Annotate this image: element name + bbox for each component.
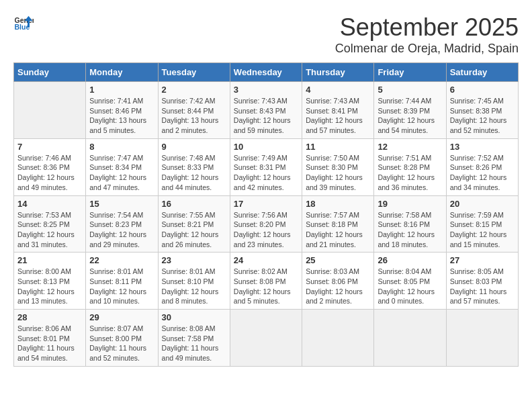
calendar-cell: 20Sunrise: 7:59 AM Sunset: 8:15 PM Dayli… bbox=[446, 195, 518, 253]
calendar-cell: 8Sunrise: 7:47 AM Sunset: 8:34 PM Daylig… bbox=[86, 138, 158, 195]
logo: General Blue bbox=[13, 13, 34, 34]
day-info: Sunrise: 7:43 AM Sunset: 8:43 PM Dayligh… bbox=[234, 96, 298, 136]
day-info: Sunrise: 7:53 AM Sunset: 8:25 PM Dayligh… bbox=[17, 210, 82, 250]
day-number: 1 bbox=[89, 85, 154, 95]
day-info: Sunrise: 7:43 AM Sunset: 8:41 PM Dayligh… bbox=[306, 96, 370, 136]
weekday-header-sunday: Sunday bbox=[14, 63, 86, 82]
day-info: Sunrise: 8:03 AM Sunset: 8:06 PM Dayligh… bbox=[306, 267, 370, 306]
calendar-cell: 25Sunrise: 8:03 AM Sunset: 8:06 PM Dayli… bbox=[302, 253, 374, 310]
day-number: 20 bbox=[450, 199, 515, 209]
day-info: Sunrise: 8:08 AM Sunset: 7:58 PM Dayligh… bbox=[162, 324, 226, 363]
calendar-cell bbox=[446, 310, 518, 367]
day-number: 19 bbox=[378, 199, 442, 209]
calendar-cell: 4Sunrise: 7:43 AM Sunset: 8:41 PM Daylig… bbox=[302, 82, 374, 139]
day-info: Sunrise: 7:49 AM Sunset: 8:31 PM Dayligh… bbox=[234, 153, 298, 193]
calendar-cell: 21Sunrise: 8:00 AM Sunset: 8:13 PM Dayli… bbox=[14, 253, 86, 310]
week-row-5: 28Sunrise: 8:06 AM Sunset: 8:01 PM Dayli… bbox=[14, 310, 519, 367]
day-number: 27 bbox=[450, 255, 515, 265]
day-number: 25 bbox=[306, 255, 370, 265]
day-number: 8 bbox=[89, 142, 154, 152]
day-info: Sunrise: 8:02 AM Sunset: 8:08 PM Dayligh… bbox=[234, 267, 298, 306]
day-info: Sunrise: 7:52 AM Sunset: 8:26 PM Dayligh… bbox=[450, 153, 515, 193]
calendar-cell: 30Sunrise: 8:08 AM Sunset: 7:58 PM Dayli… bbox=[158, 310, 230, 367]
calendar-cell: 7Sunrise: 7:46 AM Sunset: 8:36 PM Daylig… bbox=[14, 138, 86, 195]
day-info: Sunrise: 8:01 AM Sunset: 8:10 PM Dayligh… bbox=[162, 267, 226, 306]
calendar-cell: 2Sunrise: 7:42 AM Sunset: 8:44 PM Daylig… bbox=[158, 82, 230, 139]
calendar-cell: 14Sunrise: 7:53 AM Sunset: 8:25 PM Dayli… bbox=[14, 195, 86, 253]
day-number: 14 bbox=[17, 199, 82, 209]
calendar-cell: 29Sunrise: 8:07 AM Sunset: 8:00 PM Dayli… bbox=[86, 310, 158, 367]
day-number: 16 bbox=[162, 199, 226, 209]
calendar-cell: 9Sunrise: 7:48 AM Sunset: 8:33 PM Daylig… bbox=[158, 138, 230, 195]
day-info: Sunrise: 7:48 AM Sunset: 8:33 PM Dayligh… bbox=[162, 153, 226, 193]
calendar-cell: 17Sunrise: 7:56 AM Sunset: 8:20 PM Dayli… bbox=[230, 195, 302, 253]
day-number: 4 bbox=[306, 85, 370, 95]
svg-text:Blue: Blue bbox=[15, 23, 30, 31]
calendar-cell: 18Sunrise: 7:57 AM Sunset: 8:18 PM Dayli… bbox=[302, 195, 374, 253]
week-row-2: 7Sunrise: 7:46 AM Sunset: 8:36 PM Daylig… bbox=[14, 138, 519, 195]
location-title: Colmenar de Oreja, Madrid, Spain bbox=[335, 42, 519, 56]
calendar-cell: 23Sunrise: 8:01 AM Sunset: 8:10 PM Dayli… bbox=[158, 253, 230, 310]
calendar-cell bbox=[302, 310, 374, 367]
day-number: 5 bbox=[378, 85, 442, 95]
calendar-cell: 6Sunrise: 7:45 AM Sunset: 8:38 PM Daylig… bbox=[446, 82, 518, 139]
day-info: Sunrise: 8:07 AM Sunset: 8:00 PM Dayligh… bbox=[89, 324, 154, 363]
calendar-cell: 19Sunrise: 7:58 AM Sunset: 8:16 PM Dayli… bbox=[374, 195, 446, 253]
day-number: 30 bbox=[162, 312, 226, 322]
day-number: 13 bbox=[450, 142, 515, 152]
day-number: 21 bbox=[17, 255, 82, 265]
day-number: 2 bbox=[162, 85, 226, 95]
day-number: 15 bbox=[89, 199, 154, 209]
calendar-cell: 13Sunrise: 7:52 AM Sunset: 8:26 PM Dayli… bbox=[446, 138, 518, 195]
calendar-cell bbox=[14, 82, 86, 139]
day-info: Sunrise: 7:41 AM Sunset: 8:46 PM Dayligh… bbox=[89, 96, 154, 136]
calendar-cell: 16Sunrise: 7:55 AM Sunset: 8:21 PM Dayli… bbox=[158, 195, 230, 253]
calendar-cell: 5Sunrise: 7:44 AM Sunset: 8:39 PM Daylig… bbox=[374, 82, 446, 139]
calendar-cell: 3Sunrise: 7:43 AM Sunset: 8:43 PM Daylig… bbox=[230, 82, 302, 139]
calendar-cell: 1Sunrise: 7:41 AM Sunset: 8:46 PM Daylig… bbox=[86, 82, 158, 139]
calendar-table: SundayMondayTuesdayWednesdayThursdayFrid… bbox=[13, 62, 519, 367]
calendar-cell: 22Sunrise: 8:01 AM Sunset: 8:11 PM Dayli… bbox=[86, 253, 158, 310]
day-info: Sunrise: 7:45 AM Sunset: 8:38 PM Dayligh… bbox=[450, 96, 515, 136]
week-row-1: 1Sunrise: 7:41 AM Sunset: 8:46 PM Daylig… bbox=[14, 82, 519, 139]
day-number: 18 bbox=[306, 199, 370, 209]
weekday-header-tuesday: Tuesday bbox=[158, 63, 230, 82]
day-number: 23 bbox=[162, 255, 226, 265]
weekday-header-thursday: Thursday bbox=[302, 63, 374, 82]
calendar-cell bbox=[374, 310, 446, 367]
calendar-cell: 10Sunrise: 7:49 AM Sunset: 8:31 PM Dayli… bbox=[230, 138, 302, 195]
day-number: 10 bbox=[234, 142, 298, 152]
calendar-cell: 28Sunrise: 8:06 AM Sunset: 8:01 PM Dayli… bbox=[14, 310, 86, 367]
day-info: Sunrise: 8:00 AM Sunset: 8:13 PM Dayligh… bbox=[17, 267, 82, 306]
day-info: Sunrise: 7:42 AM Sunset: 8:44 PM Dayligh… bbox=[162, 96, 226, 136]
day-number: 11 bbox=[306, 142, 370, 152]
day-info: Sunrise: 7:58 AM Sunset: 8:16 PM Dayligh… bbox=[378, 210, 442, 250]
day-number: 3 bbox=[234, 85, 298, 95]
week-row-3: 14Sunrise: 7:53 AM Sunset: 8:25 PM Dayli… bbox=[14, 195, 519, 253]
day-info: Sunrise: 8:05 AM Sunset: 8:03 PM Dayligh… bbox=[450, 267, 515, 306]
day-number: 17 bbox=[234, 199, 298, 209]
weekday-header-saturday: Saturday bbox=[446, 63, 518, 82]
day-number: 24 bbox=[234, 255, 298, 265]
weekday-header-monday: Monday bbox=[86, 63, 158, 82]
logo-icon: General Blue bbox=[13, 13, 34, 34]
day-number: 7 bbox=[17, 142, 82, 152]
day-number: 12 bbox=[378, 142, 442, 152]
day-info: Sunrise: 7:54 AM Sunset: 8:23 PM Dayligh… bbox=[89, 210, 154, 250]
day-info: Sunrise: 7:51 AM Sunset: 8:28 PM Dayligh… bbox=[378, 153, 442, 193]
day-number: 26 bbox=[378, 255, 442, 265]
day-number: 9 bbox=[162, 142, 226, 152]
day-info: Sunrise: 7:55 AM Sunset: 8:21 PM Dayligh… bbox=[162, 210, 226, 250]
day-info: Sunrise: 7:46 AM Sunset: 8:36 PM Dayligh… bbox=[17, 153, 82, 193]
weekday-header-friday: Friday bbox=[374, 63, 446, 82]
calendar-cell: 12Sunrise: 7:51 AM Sunset: 8:28 PM Dayli… bbox=[374, 138, 446, 195]
calendar-cell: 15Sunrise: 7:54 AM Sunset: 8:23 PM Dayli… bbox=[86, 195, 158, 253]
day-info: Sunrise: 7:56 AM Sunset: 8:20 PM Dayligh… bbox=[234, 210, 298, 250]
page-header: General Blue September 2025 Colmenar de … bbox=[13, 13, 519, 56]
calendar-cell bbox=[230, 310, 302, 367]
day-number: 29 bbox=[89, 312, 154, 322]
title-block: September 2025 Colmenar de Oreja, Madrid… bbox=[335, 13, 519, 56]
day-info: Sunrise: 7:47 AM Sunset: 8:34 PM Dayligh… bbox=[89, 153, 154, 193]
day-info: Sunrise: 7:44 AM Sunset: 8:39 PM Dayligh… bbox=[378, 96, 442, 136]
day-info: Sunrise: 8:01 AM Sunset: 8:11 PM Dayligh… bbox=[89, 267, 154, 306]
